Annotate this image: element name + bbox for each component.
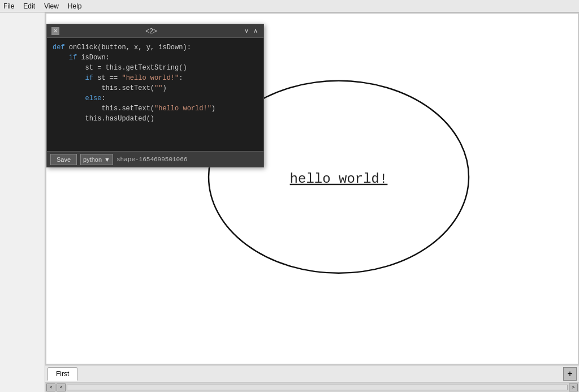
menu-view[interactable]: View bbox=[44, 2, 59, 10]
language-select[interactable]: python ▼ bbox=[80, 154, 113, 165]
code-editor-footer: Save python ▼ shape-1654699501066 bbox=[47, 151, 263, 167]
tab-first[interactable]: First bbox=[47, 367, 77, 381]
menu-file[interactable]: File bbox=[3, 2, 14, 10]
code-editor-titlebar: ✕ <2> ∨ ∧ bbox=[47, 24, 263, 38]
code-line-4: if st == "hello world!": bbox=[53, 73, 258, 83]
scroll-left2-button[interactable]: < bbox=[57, 384, 66, 391]
canvas-area: hello world! ✕ <2> ∨ ∧ def onClick(butto… bbox=[45, 12, 579, 392]
scroll-right-button[interactable]: > bbox=[569, 384, 578, 391]
code-line-3: st = this.getTextString() bbox=[53, 63, 258, 73]
hello-world-text: hello world! bbox=[290, 171, 388, 186]
code-line-2: if isDown: bbox=[53, 53, 258, 63]
code-editor-title: <2> bbox=[145, 27, 157, 35]
code-editor-popup: ✕ <2> ∨ ∧ def onClick(button, x, y, isDo… bbox=[46, 24, 264, 167]
code-line-5: this.setText("") bbox=[53, 83, 258, 93]
scroll-left-button[interactable]: < bbox=[46, 384, 55, 391]
code-line-8: this.hasUpdated() bbox=[53, 114, 258, 124]
add-tab-button[interactable]: + bbox=[563, 367, 577, 381]
tabs-bar: First + bbox=[45, 365, 579, 382]
language-label: python bbox=[83, 156, 102, 163]
lang-arrow-icon: ▼ bbox=[104, 156, 110, 163]
close-button[interactable]: ✕ bbox=[51, 27, 59, 35]
shape-id-label: shape-1654699501066 bbox=[116, 156, 187, 163]
arrow-down-button[interactable]: ∨ bbox=[243, 27, 250, 35]
code-editor-body[interactable]: def onClick(button, x, y, isDown): if is… bbox=[47, 38, 263, 151]
main-layout: hello world! ✕ <2> ∨ ∧ def onClick(butto… bbox=[0, 12, 579, 392]
canvas-content[interactable]: hello world! ✕ <2> ∨ ∧ def onClick(butto… bbox=[46, 14, 578, 364]
save-button[interactable]: Save bbox=[50, 154, 77, 165]
code-line-6: else: bbox=[53, 93, 258, 104]
code-line-1: def onClick(button, x, y, isDown): bbox=[53, 42, 258, 53]
scroll-track[interactable] bbox=[67, 385, 568, 390]
code-line-7: this.setText("hello world!") bbox=[53, 104, 258, 114]
code-editor-arrows: ∨ ∧ bbox=[243, 27, 259, 35]
arrow-up-button[interactable]: ∧ bbox=[252, 27, 259, 35]
menu-help[interactable]: Help bbox=[68, 2, 82, 10]
left-sidebar bbox=[0, 12, 45, 392]
menu-bar: File Edit View Help bbox=[0, 0, 579, 12]
bottom-scrollbar: < < > bbox=[45, 382, 579, 392]
menu-edit[interactable]: Edit bbox=[23, 2, 35, 10]
